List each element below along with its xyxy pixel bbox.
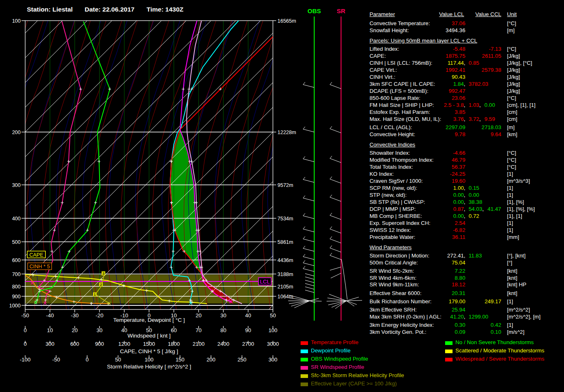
svg-text:-50: -50: [21, 312, 29, 319]
svg-text:30: 30: [97, 327, 102, 333]
svg-text:-30: -30: [71, 312, 79, 319]
svg-text:0: 0: [24, 327, 26, 333]
svg-text:1: 1: [94, 293, 96, 297]
svg-text:3188m: 3188m: [277, 272, 293, 277]
svg-text:300: 300: [12, 182, 21, 188]
svg-text:100: 100: [12, 18, 21, 24]
svg-text:4436m: 4436m: [277, 257, 293, 263]
svg-text:12228m: 12228m: [277, 130, 296, 135]
svg-text:9572m: 9572m: [277, 182, 293, 188]
svg-text:1200: 1200: [118, 341, 130, 347]
svg-text:2100: 2100: [193, 341, 205, 347]
svg-text:10: 10: [47, 327, 53, 333]
svg-text:-100: -100: [20, 357, 31, 363]
svg-text:-20: -20: [96, 312, 104, 319]
svg-text:20: 20: [72, 327, 78, 333]
svg-text:CINH * 5: CINH * 5: [29, 264, 50, 269]
svg-text:7534m: 7534m: [277, 216, 293, 222]
svg-text:80: 80: [220, 327, 226, 333]
svg-text:50: 50: [270, 312, 276, 319]
svg-text:Storm Relative Helicity [ m^2: Storm Relative Helicity [ m^2/s^2 ]: [107, 364, 191, 370]
svg-text:100: 100: [268, 327, 277, 333]
svg-text:150: 150: [175, 357, 185, 363]
svg-text:2400: 2400: [218, 341, 230, 347]
svg-text:90: 90: [245, 327, 251, 333]
svg-text:0: 0: [85, 357, 88, 363]
svg-text:250: 250: [237, 357, 246, 363]
svg-text:Windspeed [ knt ]: Windspeed [ knt ]: [128, 333, 171, 339]
svg-text:3000: 3000: [267, 341, 279, 347]
svg-text:-50: -50: [52, 357, 60, 363]
svg-text:1000: 1000: [9, 303, 21, 309]
svg-text:3: 3: [102, 272, 104, 276]
svg-text:0: 0: [24, 341, 26, 347]
svg-text:2: 2: [100, 283, 102, 287]
svg-text:40: 40: [121, 327, 127, 333]
svg-text:5861m: 5861m: [277, 239, 293, 245]
svg-text:2105m: 2105m: [277, 284, 293, 290]
svg-text:100: 100: [145, 357, 154, 363]
svg-text:SR: SR: [337, 7, 346, 14]
svg-text:300: 300: [268, 357, 277, 363]
svg-text:900: 900: [95, 341, 104, 347]
svg-text:600: 600: [12, 257, 21, 263]
svg-text:1064m: 1064m: [277, 294, 293, 300]
svg-text:16565m: 16565m: [277, 18, 296, 24]
svg-text:70: 70: [196, 327, 201, 333]
svg-text:OBS: OBS: [308, 7, 321, 14]
svg-text:20: 20: [196, 312, 201, 319]
svg-text:2700: 2700: [242, 341, 254, 347]
svg-text:200: 200: [206, 357, 216, 363]
svg-text:300: 300: [45, 341, 55, 347]
svg-text:60: 60: [171, 327, 177, 333]
svg-text:40: 40: [245, 312, 251, 319]
svg-text:Temperature, Dewpoint [ °C ]: Temperature, Dewpoint [ °C ]: [113, 317, 185, 323]
svg-text:30: 30: [220, 312, 226, 319]
svg-text:800: 800: [12, 284, 21, 290]
svg-text:50: 50: [115, 357, 121, 363]
svg-text:-40: -40: [46, 312, 54, 319]
svg-text:CAPE, CINH * 5 [ J/kg ]: CAPE, CINH * 5 [ J/kg ]: [120, 348, 178, 354]
svg-text:LCL: LCL: [260, 279, 270, 285]
svg-text:CAPE: CAPE: [29, 252, 43, 258]
svg-text:500: 500: [12, 239, 21, 245]
svg-text:900: 900: [12, 294, 21, 300]
svg-text:600: 600: [70, 341, 79, 347]
svg-text:1500: 1500: [143, 341, 155, 347]
svg-text:400: 400: [12, 216, 21, 222]
svg-text:200: 200: [12, 130, 21, 135]
svg-text:700: 700: [12, 272, 21, 277]
svg-text:1800: 1800: [168, 341, 180, 347]
